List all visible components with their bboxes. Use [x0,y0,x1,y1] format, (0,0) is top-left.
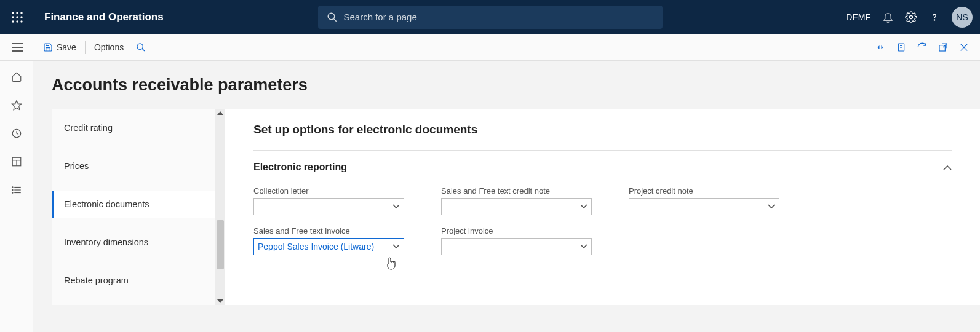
nav-item-label: Electronic documents [64,199,149,209]
chevron-down-icon [580,204,588,209]
svg-line-10 [333,18,337,22]
svg-marker-37 [217,299,223,303]
project-invoice-select[interactable] [441,238,592,255]
nav-item-label: Credit rating [64,123,113,133]
svg-point-16 [137,44,143,49]
link-icon [875,42,886,53]
nav-credit-rating[interactable]: Credit rating [52,114,215,141]
command-bar-right [874,41,980,53]
save-icon [43,42,53,52]
section-collapse-button[interactable] [943,162,952,173]
close-button[interactable] [958,41,970,53]
search-command-button[interactable] [130,39,152,56]
app-title: Finance and Operations [44,11,164,23]
svg-point-7 [16,20,18,22]
grid-icon [11,156,22,167]
chevron-down-icon [392,204,400,209]
project-credit-note-select[interactable] [629,198,779,215]
user-avatar[interactable]: NS [952,7,973,28]
rail-workspaces[interactable] [10,156,23,168]
home-icon [11,71,22,82]
svg-marker-25 [12,101,21,110]
chevron-down-icon [392,244,400,249]
svg-point-9 [328,13,335,20]
svg-point-34 [12,189,13,191]
field-label: Sales and Free text invoice [253,226,404,235]
svg-point-4 [16,16,18,18]
hamburger-icon [12,43,23,52]
nav-rebate-program[interactable]: Rebate program [52,267,215,294]
side-nav-scrollbar[interactable] [215,109,225,305]
nav-toggle-button[interactable] [5,35,30,60]
sales-free-text-credit-note-select[interactable] [441,198,592,215]
save-label: Save [57,42,76,52]
field-sales-free-text-invoice: Sales and Free text invoice Peppol Sales… [253,226,404,255]
app-launcher-button[interactable] [7,7,27,27]
svg-point-1 [16,12,18,14]
settings-button[interactable] [905,11,917,23]
options-button[interactable]: Options [88,39,130,56]
options-label: Options [94,42,124,52]
svg-point-12 [934,19,934,20]
field-sales-free-text-credit-note: Sales and Free text credit note [441,186,592,215]
app-header: Finance and Operations Search for a page… [0,0,980,34]
nav-prices[interactable]: Prices [52,152,215,180]
svg-point-33 [12,187,13,188]
header-right: DEMF NS [846,7,973,28]
chevron-down-icon [217,299,223,303]
svg-point-2 [20,12,22,14]
field-label: Project invoice [441,226,592,235]
star-icon [11,100,22,111]
svg-line-17 [142,49,145,51]
attachments-button[interactable] [895,41,907,53]
svg-point-3 [12,16,14,18]
field-label: Project credit note [629,186,779,196]
help-button[interactable] [928,11,941,23]
waffle-icon [12,12,23,23]
collection-letter-select[interactable] [253,198,404,215]
left-rail [0,61,33,332]
nav-inventory-dimensions[interactable]: Inventory dimensions [52,229,215,256]
notifications-button[interactable] [882,11,894,23]
chevron-down-icon [768,204,775,209]
rail-recent[interactable] [10,127,23,140]
bell-icon [882,11,894,23]
gear-icon [905,11,917,23]
svg-marker-36 [217,111,223,115]
field-collection-letter: Collection letter [253,186,404,215]
content-area: Accounts receivable parameters Credit ra… [33,61,980,332]
nav-item-label: Inventory dimensions [64,237,148,247]
rail-modules[interactable] [10,184,23,196]
search-input[interactable]: Search for a page [318,6,663,29]
chevron-up-icon [217,111,223,115]
search-icon [136,42,146,52]
scroll-down-button[interactable] [217,298,224,305]
command-bar: Save Options [0,34,980,61]
scroll-up-button[interactable] [217,109,224,117]
rail-home[interactable] [10,71,23,83]
field-project-credit-note: Project credit note [629,186,779,215]
svg-point-8 [20,20,22,22]
dataverse-button[interactable] [874,41,886,53]
main-title: Set up options for electronic documents [253,123,952,136]
parameters-side-nav: Credit rating Prices Electronic document… [52,109,215,305]
clock-icon [11,128,22,139]
divider [253,150,952,151]
field-label: Sales and Free text credit note [441,186,592,196]
nav-electronic-documents[interactable]: Electronic documents [52,191,215,218]
rail-favorites[interactable] [10,99,23,111]
user-initials: NS [956,12,968,22]
refresh-button[interactable] [916,41,928,53]
select-value: Peppol Sales Invoice (Litware) [258,242,374,251]
sales-free-text-invoice-select[interactable]: Peppol Sales Invoice (Litware) [253,238,404,255]
svg-point-35 [12,192,13,194]
scroll-thumb[interactable] [217,220,224,269]
help-icon [929,12,940,23]
open-new-window-button[interactable] [937,41,949,53]
chevron-down-icon [580,244,588,249]
close-icon [959,42,969,52]
company-label[interactable]: DEMF [846,12,870,22]
save-button[interactable]: Save [37,39,82,56]
search-placeholder: Search for a page [344,12,417,22]
svg-point-0 [12,12,14,14]
